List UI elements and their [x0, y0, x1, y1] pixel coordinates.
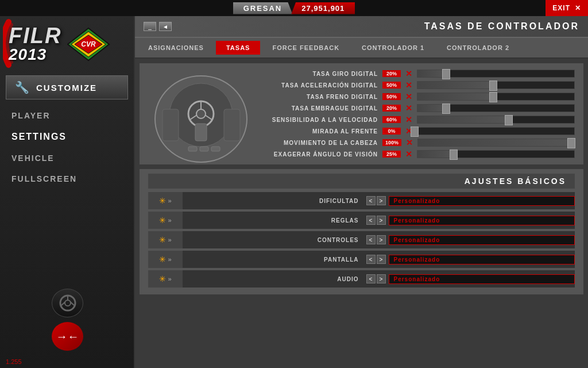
slider-handle[interactable] — [411, 126, 419, 137]
logo-year: 2013 — [9, 45, 61, 64]
slider-handle[interactable] — [442, 69, 450, 79]
wrench-icon: 🔧 — [15, 80, 30, 94]
setting-value: Personalizado — [389, 235, 575, 245]
svg-rect-19 — [211, 147, 220, 151]
slider-handle[interactable] — [567, 138, 575, 148]
tab-asignaciones[interactable]: ASIGNACIONES — [138, 41, 214, 55]
logo-area: FILR 2013 CVR — [0, 16, 134, 70]
window-titlebar: _ ◄ TASAS DE CONTROLADOR — [135, 16, 588, 38]
svg-rect-18 — [200, 147, 208, 151]
rates-section: TASA GIRO DIGITAL20%✕TASA ACELERACIÓN DI… — [140, 63, 583, 164]
cvr-logo: CVR — [67, 27, 110, 62]
burst-icon: ✳ — [159, 274, 166, 283]
score-display: GRESAN 27,951,901 — [233, 2, 355, 14]
slider-row: TASA GIRO DIGITAL20%✕ — [263, 69, 575, 78]
slider-handle[interactable] — [450, 150, 458, 160]
svg-rect-21 — [224, 109, 240, 141]
next-button[interactable]: > — [377, 216, 386, 225]
slider-x-icon: ✕ — [405, 80, 412, 90]
sidebar-item-fullscreen[interactable]: FULLSCREEN — [0, 168, 134, 189]
burst-icon: ✳ — [159, 235, 166, 244]
setting-row-dificultad: ✳»DIFICULTAD < > Personalizado — [148, 192, 575, 209]
slider-track[interactable] — [417, 81, 575, 89]
arrow-left-icon: →← — [56, 330, 79, 343]
double-arrow-icon: » — [168, 275, 171, 282]
close-icon: ✕ — [575, 4, 581, 12]
slider-label: TASA EMBRAGUE DIGITAL — [263, 105, 378, 112]
version-text: 1.255 — [6, 358, 22, 365]
player-name: GRESAN — [233, 2, 293, 14]
slider-handle[interactable] — [489, 80, 497, 91]
burst-icon: ✳ — [159, 255, 166, 264]
basic-settings-list: ✳»DIFICULTAD < > Personalizado✳»REGLAS <… — [148, 192, 575, 288]
tab-controlador1[interactable]: CONTROLADOR 1 — [351, 41, 435, 55]
slider-label: MIRADA AL FRENTE — [263, 128, 378, 135]
setting-nav-arrows: < > — [363, 216, 389, 225]
setting-nav-arrows: < > — [363, 235, 389, 244]
exit-button[interactable]: EXIT ✕ — [546, 0, 588, 16]
setting-icon-area: ✳» — [148, 270, 183, 288]
sidebar-item-player[interactable]: PLAYER — [0, 105, 134, 126]
setting-label: PANTALLA — [183, 256, 363, 263]
slider-label: TASA GIRO DIGITAL — [263, 71, 378, 77]
customize-button[interactable]: 🔧 CUSTOMIZE — [6, 75, 128, 99]
svg-rect-17 — [188, 147, 197, 151]
slider-x-icon: ✕ — [405, 150, 412, 159]
next-button[interactable]: > — [377, 196, 386, 205]
prev-button[interactable]: < — [366, 255, 376, 264]
slider-label: EXAGERAR ÁNGULO DE VISIÓN — [263, 151, 378, 158]
tab-force-feedback[interactable]: FORCE FEEDBACK — [262, 41, 350, 55]
double-arrow-icon: » — [168, 197, 171, 204]
slider-handle[interactable] — [505, 115, 513, 125]
prev-button[interactable]: < — [366, 274, 376, 283]
setting-value: Personalizado — [389, 196, 575, 206]
slider-row: MOVIMIENTO DE LA CABEZA100%✕ — [263, 138, 575, 147]
setting-row-controles: ✳»CONTROLES < > Personalizado — [148, 231, 575, 248]
slider-x-icon: ✕ — [405, 92, 412, 101]
slider-track[interactable] — [417, 93, 575, 101]
next-button[interactable]: > — [377, 255, 386, 264]
slider-handle[interactable] — [442, 103, 450, 114]
slider-track[interactable] — [417, 104, 575, 112]
restore-button[interactable]: ◄ — [159, 22, 172, 31]
slider-track[interactable] — [417, 70, 575, 78]
setting-row-pantalla: ✳»PANTALLA < > Personalizado — [148, 251, 575, 268]
tab-tasas[interactable]: TASAS — [216, 41, 260, 55]
setting-label: REGLAS — [183, 217, 363, 224]
slider-row: EXAGERAR ÁNGULO DE VISIÓN25%✕ — [263, 150, 575, 159]
steering-wheel-button[interactable] — [52, 289, 83, 317]
setting-icon-area: ✳» — [148, 192, 183, 209]
svg-point-5 — [65, 300, 71, 306]
sidebar: FILR 2013 CVR 🔧 CUSTOMIZE PLAYER SETTING… — [0, 16, 135, 368]
slider-x-icon: ✕ — [406, 138, 413, 147]
prev-button[interactable]: < — [366, 216, 376, 225]
setting-label: CONTROLES — [183, 237, 363, 243]
slider-label: TASA FRENO DIGITAL — [263, 94, 378, 100]
slider-value: 0% — [382, 128, 401, 135]
setting-icon-area: ✳» — [148, 212, 183, 229]
minimize-button[interactable]: _ — [144, 22, 156, 31]
tab-controlador2[interactable]: CONTROLADOR 2 — [436, 41, 520, 55]
navigate-button[interactable]: →← — [52, 322, 83, 351]
prev-button[interactable]: < — [366, 196, 376, 205]
svg-rect-16 — [195, 124, 207, 141]
slider-track[interactable] — [417, 150, 575, 158]
sidebar-bottom: →← — [0, 283, 135, 356]
next-button[interactable]: > — [377, 274, 386, 283]
prev-button[interactable]: < — [366, 235, 376, 244]
next-button[interactable]: > — [377, 235, 386, 244]
top-bar: GRESAN 27,951,901 EXIT ✕ — [0, 0, 588, 16]
sidebar-item-vehicle[interactable]: VEHICLE — [0, 148, 134, 168]
slider-handle[interactable] — [489, 92, 497, 102]
slider-x-icon: ✕ — [405, 103, 412, 113]
sidebar-item-settings[interactable]: SETTINGS — [0, 126, 134, 148]
double-arrow-icon: » — [168, 256, 171, 263]
slider-track[interactable] — [417, 139, 575, 147]
slider-track[interactable] — [417, 127, 575, 135]
slider-track[interactable] — [417, 116, 575, 124]
slider-value: 60% — [382, 116, 401, 123]
slider-x-icon: ✕ — [405, 115, 412, 124]
burst-icon: ✳ — [159, 196, 166, 205]
setting-nav-arrows: < > — [363, 196, 389, 205]
svg-point-12 — [196, 109, 206, 118]
